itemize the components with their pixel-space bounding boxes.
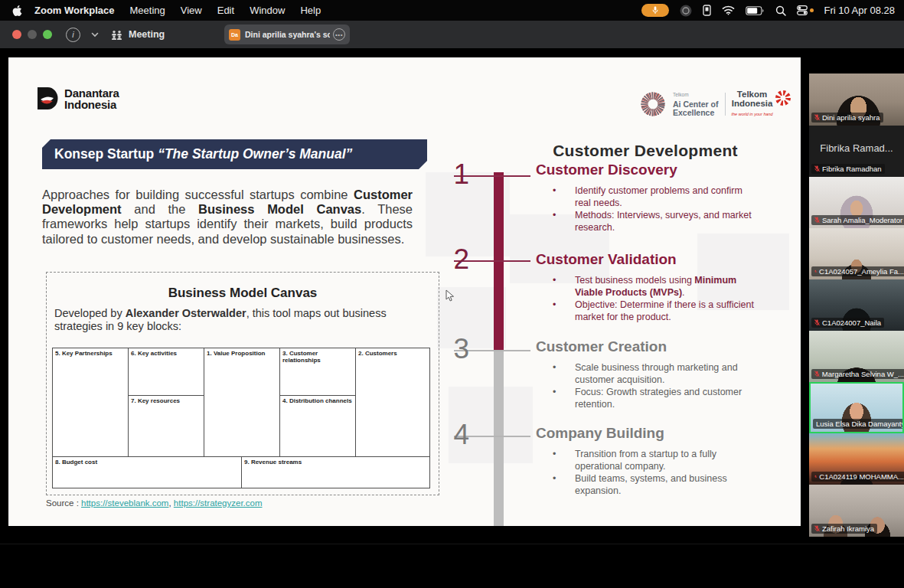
menu-item-help[interactable]: Help [300, 5, 321, 16]
participants-sidebar: Dini aprilia syahra Fibrika Ramad... Fib… [809, 74, 904, 537]
device-icon[interactable] [703, 5, 711, 16]
battery-icon[interactable] [746, 6, 765, 15]
search-icon[interactable] [775, 5, 786, 16]
participant-tile-margaretha[interactable]: Margaretha Selvina W_... [809, 331, 904, 382]
source-label: Source : [46, 498, 79, 508]
section-customer-validation: Customer Validation •Test business model… [536, 251, 767, 323]
bullet-text: Focus: Growth strategies and customer re… [575, 387, 742, 410]
fullscreen-window-button[interactable] [43, 30, 52, 39]
minimize-window-button[interactable] [28, 30, 37, 39]
danantara-logo-mark [37, 87, 58, 110]
mic-muted-icon [814, 371, 820, 377]
info-icon[interactable]: i [66, 28, 80, 42]
participant-name: Sarah Amalia_Moderator [822, 216, 902, 224]
partner-logos: Telkom Ai Center of Excellence Telkom In… [639, 90, 791, 119]
menu-item-edit[interactable]: Edit [217, 5, 234, 16]
intro-bold-bmc: Business Model Canvas [198, 202, 361, 216]
bullet-text: Methods: Interviews, surveys, and market… [575, 210, 752, 233]
bmc-desc-author: Alexander Osterwalder [126, 307, 246, 319]
bmc-cell-customer-relationships: 3. Customer relationships [279, 348, 356, 396]
mic-muted-icon [814, 114, 820, 121]
bmc-grid: 5. Key Partnerships 6. Key activities 7.… [52, 348, 430, 488]
menu-bar: Zoom Workplace Meeting View Edit Window … [0, 0, 904, 21]
bmc-box: Business Model Canvas Developed by Alexa… [46, 272, 439, 495]
menu-app-name[interactable]: Zoom Workplace [34, 5, 115, 16]
microphone-in-use-indicator[interactable] [641, 4, 669, 17]
tab-options-icon[interactable]: ••• [333, 28, 345, 41]
bmc-cell-budget-cost: 8. Budget cost [52, 456, 242, 488]
meeting-grid-icon [111, 30, 122, 40]
brand-line1: Danantara [64, 87, 119, 99]
participant-tile-lusia-active-speaker[interactable]: Lusia Elsa Dika Damayanty [809, 382, 904, 433]
bullet-text: Identify customer problems and confirm r… [575, 185, 742, 208]
participant-name: C1A024119 MOHAMMA... [819, 472, 904, 481]
shared-screen-tab-title: Dini aprilia syahra's screen [245, 30, 330, 39]
section-company-building: Company Building •Transition from a star… [536, 425, 767, 497]
section-customer-creation: Customer Creation •Scale business throug… [536, 338, 767, 410]
source-link-strategyzer: https://strategyzer.com [174, 498, 263, 508]
participant-name: C1A024007_Naila [822, 318, 881, 327]
menu-item-meeting[interactable]: Meeting [130, 5, 165, 16]
menubar-app-circle-icon[interactable] [680, 5, 692, 17]
participant-tile-zafirah[interactable]: Zafirah Ikramiya [809, 485, 904, 537]
menu-item-view[interactable]: View [181, 5, 202, 16]
mic-muted-icon [814, 217, 820, 224]
wifi-icon[interactable] [722, 5, 735, 15]
mic-muted-icon [814, 473, 817, 480]
slide-title-quoted: “The Startup Owner’s Manual” [158, 146, 352, 162]
menu-item-window[interactable]: Window [250, 5, 285, 16]
participant-tile-naila[interactable]: C1A024007_Naila [809, 279, 904, 331]
timeline-number-4: 4 [442, 420, 469, 450]
mic-muted-icon [814, 165, 820, 172]
window-title-bar: i Meeting Da Dini aprilia syahra's scree… [0, 21, 904, 48]
brand-line2: Indonesia [64, 99, 119, 110]
screen: Zoom Workplace Meeting View Edit Window … [0, 0, 904, 588]
participant-tile-fibrika[interactable]: Fibrika Ramad... Fibrika Ramadhan [809, 126, 904, 177]
bullet-text: . [682, 287, 684, 298]
participant-tile-mohamma[interactable]: C1A024119 MOHAMMA... [809, 433, 904, 485]
ai-coe-starburst-icon [639, 90, 667, 118]
source-link-steveblank: https://steveblank.com [81, 498, 168, 508]
participant-tile-dini[interactable]: Dini aprilia syahra [809, 74, 904, 126]
control-center-icon[interactable] [797, 5, 808, 15]
close-window-button[interactable] [12, 30, 21, 39]
mic-muted-icon [814, 268, 817, 275]
telkom-line1: Telkom [737, 90, 767, 99]
bullet-text: Test business models using [575, 275, 694, 286]
bullet-text: Scale business through marketing and cus… [575, 362, 738, 385]
bmc-cell-key-resources: 7. Key resources [128, 395, 204, 457]
shared-screen-avatar-icon: Da [229, 29, 240, 41]
bullet-text: Build teams, systems, and business expan… [575, 473, 727, 496]
timeline-bar-gray [494, 351, 504, 526]
bmc-cell-value-proposition: 1. Value Proposition [204, 348, 280, 457]
intro-text: Approaches for building successful start… [42, 188, 354, 201]
bullet-text: Transition from a startup to a fully ope… [575, 449, 716, 472]
chevron-down-icon[interactable] [91, 30, 99, 39]
timeline-number-3: 3 [442, 334, 469, 364]
meeting-label: Meeting [129, 29, 165, 40]
menu-clock[interactable]: Fri 10 Apr 08.28 [824, 5, 896, 16]
intro-paragraph: Approaches for building successful start… [42, 188, 413, 247]
bmc-cell-key-activities: 6. Key activities [128, 348, 204, 396]
danantara-logo: Danantara Indonesia [37, 87, 119, 110]
participant-name: Dini aprilia syahra [822, 113, 880, 122]
timeline-number-2: 2 [442, 244, 469, 275]
bmc-cell-key-partnerships: 5. Key Partnerships [52, 348, 129, 457]
intro-text: and the [122, 202, 198, 216]
bmc-cell-revenue-streams: 9. Revenue streams [241, 456, 430, 488]
shared-slide: Danantara Indonesia Telkom Ai Center of … [8, 57, 801, 526]
shared-screen-tab[interactable]: Da Dini aprilia syahra's screen ••• [224, 24, 350, 44]
apple-menu-icon[interactable] [12, 5, 22, 17]
telkom-line2: Indonesia [732, 99, 773, 108]
telkom-hand-icon [775, 90, 791, 106]
section-customer-discovery: Customer Discovery •Identify customer pr… [536, 162, 767, 234]
section-heading: Customer Discovery [536, 162, 767, 178]
participant-name: Fibrika Ramadhan [822, 165, 882, 173]
participant-tile-ameylia[interactable]: C1A024057_Ameylia Fa... [809, 228, 904, 279]
participant-tile-sarah[interactable]: Sarah Amalia_Moderator [809, 177, 904, 228]
section-heading: Customer Validation [536, 251, 767, 268]
bmc-description: Developed by Alexander Osterwalder, this… [54, 307, 423, 333]
notification-dot [810, 8, 814, 12]
slide-title-banner: Konsep Startup “The Startup Owner’s Manu… [42, 139, 427, 169]
bmc-title: Business Model Canvas [47, 286, 439, 301]
